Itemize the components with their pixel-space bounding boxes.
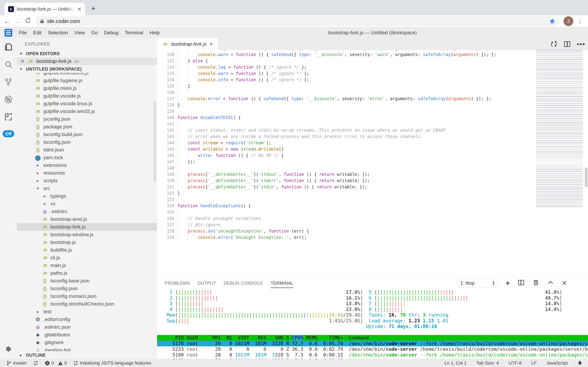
- terminal-select[interactable]: 1: htop ▲▼: [457, 279, 498, 288]
- settings-gear-icon[interactable]: [0, 345, 17, 354]
- tree-item-extensions[interactable]: ▸extensions: [17, 161, 157, 169]
- tree-item-bootstrap-amd.js[interactable]: JSbootstrap-amd.js: [17, 215, 157, 223]
- tree-item-package.json[interactable]: {}package.json: [17, 123, 157, 131]
- section-open-editors[interactable]: ▾ OPEN EDITORS: [17, 50, 157, 58]
- htop-process-row-5178[interactable]: 5178 root 20 0 1021M 181M 3328 R 72.7 0.…: [157, 341, 588, 347]
- problems-status[interactable]: 0 0: [45, 360, 67, 366]
- tree-item-scripts[interactable]: ▸scripts: [17, 177, 157, 184]
- tree-item-vs[interactable]: ▸vs: [17, 200, 157, 208]
- minimap[interactable]: [536, 50, 583, 208]
- tree-item-gulpfile.hygiene.js[interactable]: JSgulpfile.hygiene.js: [17, 77, 157, 84]
- tab-close-icon[interactable]: ✕: [209, 42, 213, 47]
- tree-item-bootstrap.js[interactable]: JSbootstrap.js: [17, 239, 157, 246]
- tree-item-.gitignore[interactable]: ◆.gitignore: [17, 339, 157, 346]
- menu-debug[interactable]: Debug: [101, 30, 122, 35]
- menu-selection[interactable]: Selection: [45, 30, 71, 35]
- sync-status[interactable]: [33, 360, 38, 366]
- section-outline[interactable]: ▸ OUTLINE: [17, 351, 157, 359]
- tree-item-tslint.json[interactable]: {}tslint.json: [17, 146, 157, 154]
- editor-tab[interactable]: JS bootstrap-fork.js ✕: [157, 38, 218, 50]
- more-actions-icon[interactable]: •••: [577, 42, 585, 46]
- tree-item-tsconfig.base.json[interactable]: {}tsconfig.base.json: [17, 277, 157, 285]
- eol[interactable]: LF: [531, 360, 537, 366]
- explorer-icon[interactable]: [0, 38, 17, 56]
- language-mode[interactable]: JavaScript: [547, 360, 568, 366]
- tab-output[interactable]: OUTPUT: [198, 277, 216, 289]
- source-control-icon[interactable]: [0, 73, 17, 91]
- search-icon[interactable]: [0, 56, 17, 73]
- tab-close-icon[interactable]: ✕: [77, 6, 81, 12]
- tree-item-src[interactable]: ▾src: [17, 184, 157, 192]
- split-editor-icon[interactable]: [563, 41, 571, 48]
- close-panel-icon[interactable]: ✕: [562, 279, 567, 287]
- new-tab-button[interactable]: +: [91, 5, 96, 12]
- tree-item-paths.js[interactable]: JSpaths.js: [17, 269, 157, 277]
- sync-icon[interactable]: [550, 41, 557, 48]
- tree-item-gulpfile.vscode.js[interactable]: JSgulpfile.vscode.js: [17, 92, 157, 100]
- notifications-bell-icon[interactable]: [578, 360, 583, 366]
- htop-process-row-5233[interactable]: 5233 root 20 0 0 0 0 Z 36.3 0.0 0:02.79 …: [157, 346, 588, 352]
- tree-item-gulpfile.mixin.js[interactable]: JSgulpfile.mixin.js: [17, 84, 157, 92]
- menu-file[interactable]: File: [16, 30, 30, 35]
- split-terminal-icon[interactable]: [518, 279, 525, 287]
- menu-view[interactable]: View: [71, 30, 88, 35]
- app-logo-icon[interactable]: [5, 29, 12, 37]
- tree-item-buildfile.js[interactable]: JSbuildfile.js: [17, 246, 157, 254]
- open-editor-item[interactable]: ✕ JS bootstrap-fork.js src: [17, 58, 157, 65]
- tree-item-bootstrap-window.js[interactable]: JSbootstrap-window.js: [17, 231, 157, 239]
- tree-item-.gitattributes[interactable]: ◆.gitattributes: [17, 331, 157, 339]
- tree-item-jsconfig.json[interactable]: {}jsconfig.json: [17, 115, 157, 123]
- browser-tab[interactable]: c bootstrap-fork.js — Untitled (W ✕: [5, 3, 85, 15]
- close-icon[interactable]: ✕: [21, 59, 25, 64]
- tree-item-.editorconfig[interactable]: ⚙.editorconfig: [17, 316, 157, 323]
- back-icon[interactable]: ←: [2, 17, 12, 25]
- editor-scrollbar[interactable]: [585, 168, 588, 187]
- tree-item-tsconfig.monaco.json[interactable]: {}tsconfig.monaco.json: [17, 292, 157, 300]
- tree-item-.eslintrc[interactable]: ◎.eslintrc: [17, 208, 157, 215]
- htop-process-row-5180[interactable]: 5180 root 20 0 1021M 181M 3328 S 7.3 0.6…: [157, 352, 588, 358]
- section-workspace[interactable]: ▾ UNTITLED (WORKSPACE): [17, 65, 157, 73]
- terminal[interactable]: 1 [||||||||||||17.8%] 5 [|||||||||||||||…: [157, 289, 588, 367]
- cursor-position[interactable]: Ln 1, Col 1: [444, 360, 466, 366]
- tree-item-yarn.lock[interactable]: ⬤yarn.lock: [17, 154, 157, 161]
- menu-go[interactable]: Go: [88, 30, 101, 35]
- tree-item-tsconfig.strictNullChecks.json[interactable]: {}tsconfig.strictNullChecks.json: [17, 300, 157, 308]
- bookmark-star-icon[interactable]: [549, 18, 556, 25]
- tab-debug-console[interactable]: DEBUG CONSOLE: [224, 277, 263, 289]
- tab-terminal[interactable]: TERMINAL: [271, 277, 293, 289]
- tree-item-tsconfig.json[interactable]: {}tsconfig.json: [17, 285, 157, 292]
- git-branch-status[interactable]: master: [6, 360, 27, 366]
- forward-icon[interactable]: →: [12, 17, 23, 25]
- tree-item-.eslintrc.json[interactable]: ◎.eslintrc.json: [17, 323, 157, 331]
- tree-item-tsconfig.build.json[interactable]: {}tsconfig.build.json: [17, 131, 157, 138]
- sidebar-scrollbar[interactable]: [154, 101, 156, 182]
- code-editor[interactable]: 129console.log = function () { safeSend(…: [157, 50, 588, 277]
- menu-terminal[interactable]: Terminal: [122, 30, 147, 35]
- tree-item-resources[interactable]: ▸resources: [17, 169, 157, 177]
- tree-item-test[interactable]: ▸test: [17, 308, 157, 316]
- tree-item-tsconfig.json[interactable]: {}tsconfig.json: [17, 138, 157, 146]
- tree-item-cli.js[interactable]: JScli.js: [17, 254, 157, 262]
- new-terminal-icon[interactable]: +: [505, 279, 510, 287]
- browser-menu-icon[interactable]: ⋮: [577, 20, 583, 22]
- online-toggle-badge[interactable]: Off: [3, 130, 14, 137]
- language-init-status[interactable]: Initializing JS/TS language features: [73, 360, 151, 366]
- tree-item-main.js[interactable]: JSmain.js: [17, 262, 157, 269]
- reload-icon[interactable]: [23, 17, 33, 25]
- tree-item-gulpfile.vscode.win32.js[interactable]: JSgulpfile.vscode.win32.js: [17, 108, 157, 115]
- maximize-panel-icon[interactable]: [547, 279, 554, 287]
- tree-item-typings[interactable]: ▸typings: [17, 192, 157, 200]
- tree-item-gulpfile.vscode.linux.js[interactable]: JSgulpfile.vscode.linux.js: [17, 100, 157, 108]
- tab-problems[interactable]: PROBLEMS: [165, 277, 190, 289]
- address-bar[interactable]: ide.coder.com: [36, 16, 560, 26]
- extensions-icon[interactable]: [0, 108, 17, 126]
- kill-terminal-trash-icon[interactable]: [532, 279, 539, 287]
- tree-item-bootstrap-fork.js[interactable]: JSbootstrap-fork.js: [17, 223, 157, 231]
- htop-table-header[interactable]: PID USER PRI NI VIRT RES SHR S CPU% MEM%…: [157, 335, 588, 341]
- menu-edit[interactable]: Edit: [30, 30, 45, 35]
- avatar[interactable]: J: [563, 16, 573, 26]
- tab-size[interactable]: Tab Size: 4: [476, 360, 499, 366]
- tree-item-gulpfile.extensions.js[interactable]: JSgulpfile.extensions.js: [17, 73, 157, 77]
- debug-icon[interactable]: [0, 91, 17, 108]
- encoding[interactable]: UTF-8: [509, 360, 522, 366]
